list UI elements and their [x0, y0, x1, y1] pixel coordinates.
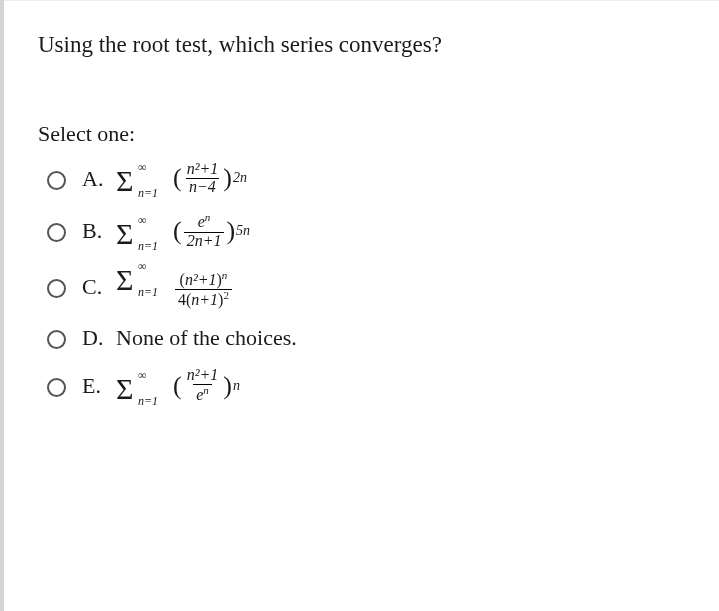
- option-b[interactable]: B. Σ ∞ n=1 ( en 2n+1 ) 5n: [42, 212, 685, 249]
- option-a-letter: A.: [82, 166, 116, 192]
- option-a[interactable]: A. Σ ∞ n=1 ( n²+1 n−4 ) 2n: [42, 161, 685, 196]
- option-b-expression: Σ ∞ n=1 ( en 2n+1 ) 5n: [116, 212, 250, 249]
- sigma-icon: Σ: [116, 219, 135, 249]
- option-d-letter: D.: [82, 325, 116, 351]
- rparen: ): [223, 373, 232, 399]
- option-c-letter: C.: [82, 274, 116, 300]
- option-e-expression: Σ ∞ n=1 ( n²+1 en ) n: [116, 367, 240, 404]
- option-b-letter: B.: [82, 218, 116, 244]
- lparen: (: [173, 218, 182, 244]
- sum-lower: n=1: [138, 239, 158, 254]
- sum-upper: ∞: [138, 259, 147, 274]
- option-d[interactable]: D. None of the choices.: [42, 325, 685, 351]
- rparen: ): [226, 218, 235, 244]
- sigma-icon: Σ: [116, 374, 135, 404]
- answers-block: Select one: A. Σ ∞ n=1 ( n²+1 n−4 ): [4, 121, 719, 440]
- radio-c[interactable]: [47, 279, 66, 298]
- lparen: (: [173, 165, 182, 191]
- radio-a[interactable]: [47, 171, 66, 190]
- option-c[interactable]: C. Σ ∞ n=1 (n²+1)n 4(n+1)2: [42, 265, 685, 309]
- sum-upper: ∞: [138, 368, 147, 383]
- option-d-text: None of the choices.: [116, 325, 297, 351]
- option-c-expression: Σ ∞ n=1 (n²+1)n 4(n+1)2: [116, 265, 234, 309]
- exponent: 2n: [233, 170, 247, 186]
- fraction: n²+1 n−4: [184, 161, 222, 196]
- sum-lower: n=1: [138, 394, 158, 409]
- radio-d[interactable]: [47, 330, 66, 349]
- option-a-expression: Σ ∞ n=1 ( n²+1 n−4 ) 2n: [116, 161, 247, 196]
- exponent: 5n: [236, 223, 250, 239]
- question-text: Using the root test, which series conver…: [4, 0, 719, 81]
- sum-upper: ∞: [138, 160, 147, 175]
- option-e[interactable]: E. Σ ∞ n=1 ( n²+1 en ) n: [42, 367, 685, 404]
- select-one-label: Select one:: [38, 121, 685, 147]
- radio-e[interactable]: [47, 378, 66, 397]
- fraction: en 2n+1: [184, 212, 225, 249]
- sum-upper: ∞: [138, 213, 147, 228]
- fraction: (n²+1)n 4(n+1)2: [175, 270, 232, 309]
- sigma-icon: Σ: [116, 265, 135, 295]
- quiz-page: Using the root test, which series conver…: [0, 0, 719, 611]
- sum-lower: n=1: [138, 186, 158, 201]
- rparen: ): [223, 165, 232, 191]
- exponent: n: [233, 378, 240, 394]
- radio-b[interactable]: [47, 223, 66, 242]
- sigma-icon: Σ: [116, 166, 135, 196]
- fraction: n²+1 en: [184, 367, 222, 404]
- lparen: (: [173, 373, 182, 399]
- option-e-letter: E.: [82, 373, 116, 399]
- sum-lower: n=1: [138, 285, 158, 300]
